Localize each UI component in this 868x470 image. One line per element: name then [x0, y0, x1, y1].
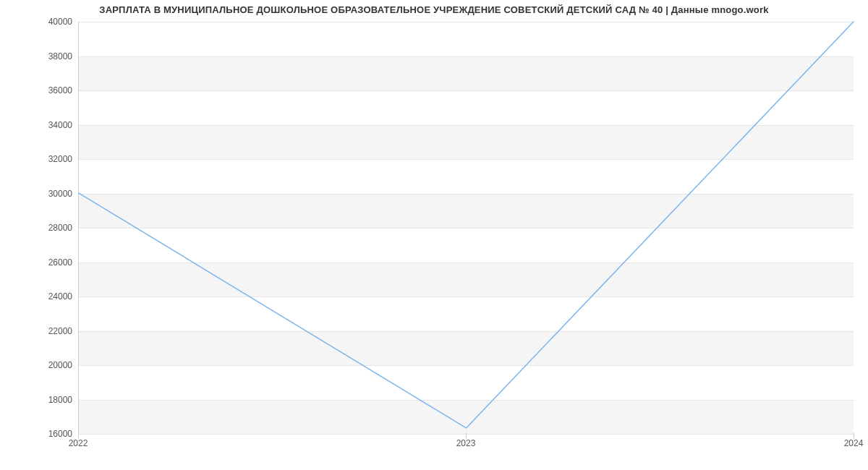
y-axis-tick-label: 34000	[29, 120, 72, 130]
salary-line-chart: ЗАРПЛАТА В МУНИЦИПАЛЬНОЕ ДОШКОЛЬНОЕ ОБРА…	[0, 0, 868, 470]
x-axis-tick-label: 2022	[69, 438, 88, 448]
y-axis-tick-label: 20000	[29, 360, 72, 370]
y-axis-tick-label: 18000	[29, 395, 72, 405]
x-axis-tick-label: 2024	[844, 438, 864, 448]
y-axis-tick-label: 32000	[29, 154, 72, 164]
y-axis-tick-label: 30000	[29, 189, 72, 199]
y-axis-tick-label: 28000	[29, 223, 72, 233]
plot-area	[78, 22, 854, 434]
y-axis-tick-label: 40000	[29, 17, 72, 27]
y-axis-tick-label: 36000	[29, 85, 72, 95]
y-axis-tick-label: 38000	[29, 51, 72, 61]
y-axis-tick-label: 16000	[29, 429, 72, 439]
y-axis-tick-label: 26000	[29, 257, 72, 268]
y-axis-tick-label: 24000	[29, 291, 72, 302]
chart-title: ЗАРПЛАТА В МУНИЦИПАЛЬНОЕ ДОШКОЛЬНОЕ ОБРА…	[0, 4, 868, 15]
salary-series-line	[79, 22, 854, 428]
line-layer	[79, 22, 854, 433]
x-axis-tick-label: 2023	[456, 438, 476, 448]
y-axis-tick-label: 22000	[29, 326, 72, 336]
